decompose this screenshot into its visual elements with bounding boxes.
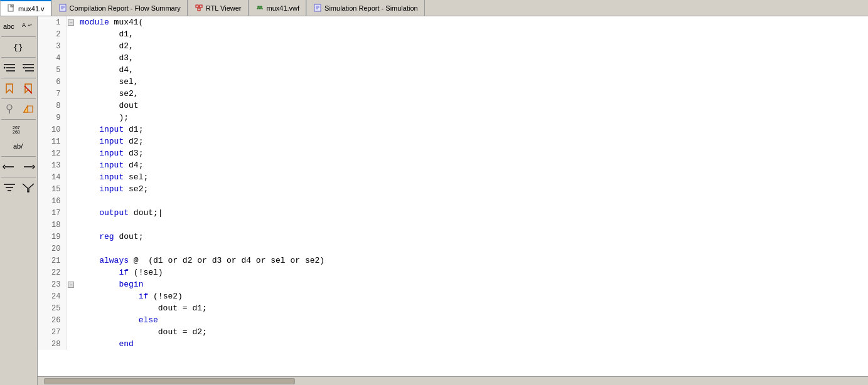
gutter-collapse[interactable]: −: [66, 16, 76, 28]
table-row: 24 if (!se2): [38, 290, 868, 302]
line-code[interactable]: end: [76, 338, 868, 350]
line-code[interactable]: if (!se2): [76, 290, 868, 302]
line-code[interactable]: input d4;: [76, 159, 868, 171]
indent-increase-btn[interactable]: [1, 60, 18, 75]
line-code[interactable]: [76, 243, 868, 255]
indent-right-btn[interactable]: [19, 159, 37, 174]
svg-rect-7: [196, 5, 198, 8]
line-code[interactable]: input d3;: [76, 147, 868, 159]
line-code[interactable]: );: [76, 112, 868, 124]
line-number: 21: [38, 255, 66, 266]
tab-mux41v[interactable]: mux41.v: [0, 0, 51, 16]
line-code[interactable]: if (!sel): [76, 266, 868, 278]
line-number: 19: [38, 231, 66, 243]
table-row: 23− begin: [38, 278, 868, 290]
eraser-btn[interactable]: [19, 102, 37, 117]
table-row: 28 end: [38, 338, 868, 350]
gutter-collapse: [66, 231, 76, 243]
indent-decrease-btn[interactable]: [19, 60, 37, 75]
text-btn[interactable]: abc: [1, 19, 18, 34]
tab-mux41v-label: mux41.v: [18, 5, 45, 13]
line-number: 23: [38, 278, 66, 290]
clear-bookmarks-btn[interactable]: [19, 81, 37, 96]
table-row: 4 d3,: [38, 52, 868, 64]
tab-compilation-report[interactable]: Compilation Report - Flow Summary: [51, 0, 188, 16]
tab-mux41vwf[interactable]: mux41.vwf: [249, 0, 307, 16]
sort-btn[interactable]: [1, 180, 18, 195]
tab-rtl-viewer-label: RTL Viewer: [206, 4, 242, 12]
gutter-collapse: [66, 52, 76, 64]
hscroll-thumb[interactable]: [44, 378, 295, 384]
find-btn[interactable]: A +*: [19, 19, 37, 34]
line-code[interactable]: [76, 219, 868, 231]
gutter-collapse[interactable]: −: [66, 278, 76, 290]
table-row: 10 input d1;: [38, 124, 868, 135]
line-code[interactable]: input d2;: [76, 135, 868, 147]
gutter-collapse: [66, 326, 76, 338]
svg-text:267: 267: [13, 125, 20, 130]
tab-simulation-report-label: Simulation Report - Simulation: [324, 4, 418, 12]
gutter-collapse: [66, 76, 76, 88]
line-number: 1: [38, 16, 66, 28]
table-row: 1−module mux41(: [38, 16, 868, 28]
tab-bar: mux41.v Compilation Report - Flow Summar…: [0, 0, 868, 16]
line-code[interactable]: module mux41(: [76, 16, 868, 28]
line-number: 11: [38, 135, 66, 147]
horizontal-scrollbar[interactable]: [38, 376, 868, 385]
table-row: 15 input se2;: [38, 183, 868, 195]
tab-simulation-report[interactable]: Simulation Report - Simulation: [306, 0, 425, 16]
bracket-btn[interactable]: {}: [10, 40, 28, 55]
line-numbers-btn[interactable]: 267 268: [10, 122, 28, 137]
line-code[interactable]: d2,: [76, 40, 868, 52]
line-number: 2: [38, 28, 66, 40]
pin-btn[interactable]: [1, 102, 18, 117]
line-code[interactable]: dout = d1;: [76, 302, 868, 314]
gutter-collapse: [66, 290, 76, 302]
tab-rtl-viewer[interactable]: RTL Viewer: [188, 0, 249, 16]
svg-rect-10: [198, 8, 200, 11]
gutter-collapse: [66, 302, 76, 314]
line-code[interactable]: input sel;: [76, 171, 868, 183]
line-code[interactable]: begin: [76, 278, 868, 290]
line-number: 17: [38, 207, 66, 219]
table-row: 5 d4,: [38, 64, 868, 76]
code-scroll[interactable]: 1−module mux41(2 d1,3 d2,4 d3,5 d4,6 sel…: [38, 16, 868, 376]
line-code[interactable]: dout = d2;: [76, 326, 868, 338]
table-row: 13 input d4;: [38, 159, 868, 171]
indent-left-btn[interactable]: [1, 159, 18, 174]
line-code[interactable]: input se2;: [76, 183, 868, 195]
line-code[interactable]: output dout;|: [76, 207, 868, 219]
table-row: 11 input d2;: [38, 135, 868, 147]
gutter-collapse: [66, 243, 76, 255]
line-code[interactable]: always @ (d1 or d2 or d3 or d4 or sel or…: [76, 255, 868, 266]
bookmark-btn[interactable]: [1, 81, 18, 96]
line-code[interactable]: reg dout;: [76, 231, 868, 243]
table-row: 18: [38, 219, 868, 231]
gutter-collapse: [66, 219, 76, 231]
line-code[interactable]: d1,: [76, 28, 868, 40]
line-code[interactable]: else: [76, 314, 868, 326]
line-code[interactable]: dout: [76, 100, 868, 112]
line-code[interactable]: sel,: [76, 76, 868, 88]
line-code[interactable]: [76, 195, 868, 207]
report-icon: [58, 4, 67, 13]
table-row: 2 d1,: [38, 28, 868, 40]
ab-btn[interactable]: ab/: [10, 139, 28, 154]
svg-marker-25: [6, 84, 13, 93]
line-code[interactable]: d4,: [76, 64, 868, 76]
svg-text:+*: +*: [28, 23, 32, 28]
filter-btn[interactable]: [19, 180, 37, 195]
svg-point-28: [7, 105, 12, 110]
gutter-collapse: [66, 159, 76, 171]
line-number: 26: [38, 314, 66, 326]
line-code[interactable]: input d1;: [76, 124, 868, 135]
svg-marker-31: [24, 106, 28, 112]
waveform-icon: [255, 4, 264, 13]
line-number: 28: [38, 338, 66, 350]
table-row: 7 se2,: [38, 88, 868, 100]
code-container[interactable]: 1−module mux41(2 d1,3 d2,4 d3,5 d4,6 sel…: [38, 16, 868, 385]
table-row: 21 always @ (d1 or d2 or d3 or d4 or sel…: [38, 255, 868, 266]
line-code[interactable]: d3,: [76, 52, 868, 64]
line-code[interactable]: se2,: [76, 88, 868, 100]
gutter-collapse: [66, 171, 76, 183]
